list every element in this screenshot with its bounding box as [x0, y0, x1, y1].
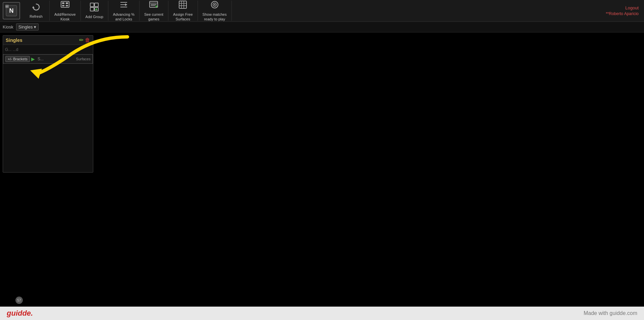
singles-panel: Singles ✏ 🗑 G... ...d +/- Brackets ▶ S..… [3, 35, 93, 173]
svg-rect-9 [66, 5, 68, 6]
user-name: **Roberto Aparicio [606, 11, 639, 16]
show-matches-button[interactable]: Show matchesready to play [198, 1, 232, 21]
play-icon: ▶ [31, 56, 35, 62]
svg-rect-10 [90, 3, 94, 7]
assign-free-surfaces-icon [178, 0, 187, 11]
main-content: Singles ✏ 🗑 G... ...d +/- Brackets ▶ S..… [0, 33, 644, 307]
surfaces-text: S... [38, 57, 44, 61]
header-actions: ✏ 🗑 [79, 37, 90, 43]
see-current-games-icon [149, 0, 158, 11]
notification-count: 57 [17, 299, 21, 302]
kiosk-label: Kiosk [3, 24, 13, 29]
singles-panel-title: Singles [6, 38, 22, 43]
singles-dropdown[interactable]: Singles ▾ [16, 23, 39, 30]
guidde-logo: guidde. [7, 309, 33, 318]
advancing-locks-label: Advancing %and Locks [113, 12, 135, 21]
svg-rect-11 [95, 3, 98, 7]
advancing-locks-button[interactable]: Advancing %and Locks [108, 1, 140, 21]
surfaces-label: Surfaces [76, 57, 91, 61]
footer: guidde. Made with guidde.com [0, 307, 644, 320]
logout-button[interactable]: Logout [606, 5, 639, 10]
assign-free-surfaces-label: Assign FreeSurfaces [173, 12, 193, 21]
svg-rect-5 [61, 1, 69, 7]
svg-text:NY: NY [5, 5, 9, 8]
group-row-first: G... ...d [3, 45, 93, 54]
svg-rect-8 [62, 5, 64, 6]
add-group-label: Add Group [86, 15, 103, 19]
panel-content: G... ...d +/- Brackets ▶ S... Surfaces [3, 45, 93, 172]
assign-free-surfaces-button[interactable]: Assign FreeSurfaces [168, 1, 198, 21]
svg-rect-12 [90, 7, 94, 11]
toolbar: N NY Refresh Add/RemoveKiosk [0, 0, 644, 22]
add-remove-kiosk-label: Add/RemoveKiosk [54, 12, 76, 21]
singles-dropdown-value: Singles [18, 24, 33, 29]
brackets-row: +/- Brackets ▶ S... Surfaces [3, 54, 93, 64]
add-remove-kiosk-button[interactable]: Add/RemoveKiosk [50, 1, 81, 21]
svg-point-32 [214, 4, 215, 5]
show-matches-icon [210, 0, 219, 11]
singles-panel-header: Singles ✏ 🗑 [3, 36, 93, 45]
kiosk-bar: Kiosk Singles ▾ [0, 22, 644, 33]
refresh-button[interactable]: Refresh [23, 1, 50, 21]
add-group-icon [90, 2, 99, 14]
show-matches-label: Show matchesready to play [203, 12, 227, 21]
brackets-button[interactable]: +/- Brackets [5, 56, 30, 62]
refresh-icon [32, 3, 41, 13]
edit-button[interactable]: ✏ [79, 37, 84, 43]
svg-marker-19 [125, 3, 127, 6]
add-group-button[interactable]: Add Group [81, 1, 108, 21]
chevron-down-icon: ▾ [34, 24, 36, 29]
svg-rect-22 [151, 4, 157, 5]
svg-rect-6 [62, 2, 64, 4]
svg-text:N: N [9, 7, 14, 14]
notification-badge: 57 [15, 297, 23, 304]
add-remove-kiosk-icon [60, 0, 70, 11]
logout-section: Logout **Roberto Aparicio [606, 5, 639, 16]
delete-button[interactable]: 🗑 [85, 37, 90, 43]
group-row-text: G... ...d [5, 47, 18, 52]
refresh-label: Refresh [30, 14, 43, 19]
svg-rect-23 [151, 5, 155, 6]
see-current-games-button[interactable]: See currentgames [140, 1, 168, 21]
app-logo: N NY [3, 2, 20, 19]
made-with-text: Made with guidde.com [584, 310, 637, 316]
see-current-games-label: See currentgames [144, 12, 163, 21]
svg-marker-4 [32, 6, 35, 8]
svg-rect-25 [179, 1, 186, 8]
svg-rect-7 [66, 2, 68, 4]
advancing-locks-icon [119, 0, 128, 11]
